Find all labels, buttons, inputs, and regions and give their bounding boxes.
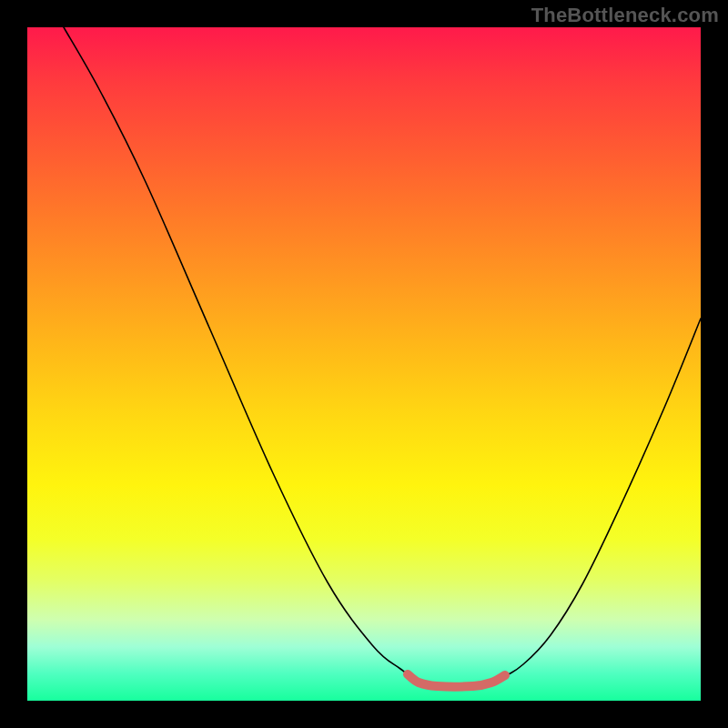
chart-svg [27,27,701,701]
bottleneck-curve [64,27,701,685]
watermark-text: TheBottleneck.com [531,4,719,27]
plot-area [27,27,701,701]
optimal-band-marker [408,674,505,687]
chart-frame: TheBottleneck.com [0,0,728,728]
